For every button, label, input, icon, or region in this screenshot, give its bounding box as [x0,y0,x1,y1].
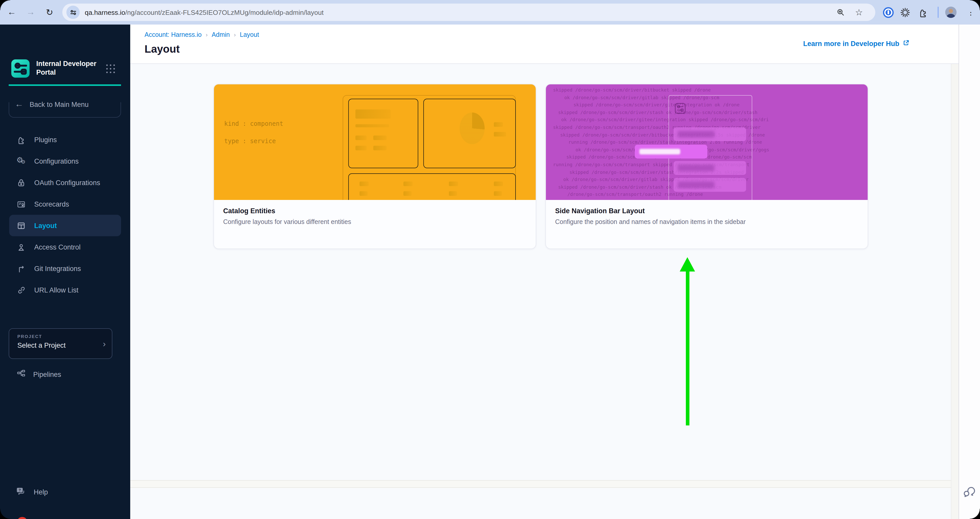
user-menu[interactable]: HM Himanshu Mishra [17,517,89,519]
sidebar-item-url-allow-list[interactable]: URL Allow List [0,279,130,301]
site-settings-icon[interactable] [67,6,80,19]
scorecard-icon [17,200,25,208]
chevron-right-icon: › [103,339,106,349]
project-selector-value: Select a Project [18,342,65,349]
browser-profile-avatar[interactable] [945,6,956,18]
module-grid-icon[interactable] [106,64,115,73]
sidebar-item-label: Scorecards [34,200,69,208]
sidebar-mockup-item [674,161,746,175]
pipelines-icon [17,369,25,379]
breadcrumb-layout[interactable]: Layout [240,31,259,38]
card-title: Catalog Entities [223,207,527,215]
git-branch-icon [17,264,25,273]
browser-forward-icon[interactable]: → [23,0,38,24]
sidebar-nav: Plugins ⚙⚙ Configurations OAuth Configur… [0,129,130,301]
preview-code-line: type : service [224,137,276,145]
lock-icon [17,178,25,187]
zoom-page-icon[interactable] [834,3,848,21]
browser-refresh-icon[interactable]: ↻ [42,0,57,24]
breadcrumb: Account: Harness.io › Admin › Layout [145,31,259,38]
sidebar-item-label: Access Control [34,243,81,251]
card-title: Side Navigation Bar Layout [555,207,859,215]
url-text[interactable]: qa.harness.io/ng/account/zEaak-FLS425IEO… [85,3,323,21]
wireframe-pie-chart [460,112,485,144]
green-arrow-annotation [686,271,689,425]
window-corner [0,0,10,10]
wireframe-card [348,99,418,168]
scrollbar-track[interactable] [951,64,959,519]
sidebar-mockup-logo-icon [675,103,686,116]
address-bar[interactable]: qa.harness.io/ng/account/zEaak-FLS425IEO… [62,3,875,21]
puzzle-icon [17,135,25,144]
window-corner [970,509,980,519]
content-bottom-band [130,480,959,488]
learn-more-link[interactable]: Learn more in Developer Hub [803,39,910,48]
sidebar-item-git-integrations[interactable]: Git Integrations [0,258,130,279]
sidebar-item-access-control[interactable]: Access Control [0,236,130,258]
svg-text:?: ? [19,488,21,492]
sidebar-item-plugins[interactable]: Plugins [0,129,130,150]
green-arrow-annotation-head [680,257,695,271]
sidebar-item-label: URL Allow List [34,286,78,294]
sidebar-item-pipelines[interactable]: Pipelines [17,369,61,379]
sidebar-section-divider [9,102,121,118]
sidebar-item-layout[interactable]: Layout [9,215,121,236]
card-description: Configure layouts for various different … [223,218,527,225]
chevron-separator-icon: › [206,32,208,38]
card-description: Configure the position and names of navi… [555,218,859,225]
preview-code-line: kind : component [224,120,283,127]
sidebar-item-oauth-configurations[interactable]: OAuth Configurations [0,172,130,193]
sidebar-mockup-item [674,127,746,141]
sidebar-item-scorecards[interactable]: Scorecards [0,193,130,215]
sidebar-item-label: Configurations [34,157,79,165]
sidebar-item-label: Git Integrations [34,265,81,272]
browser-window: ← → ↻ qa.harness.io/ng/account/zEaak-FLS… [0,0,980,519]
sidebar-accent-rule [9,85,121,86]
gears-icon: ⚙⚙ [17,157,25,165]
url-path: /ng/account/zEaak-FLS425IEO7OLzMUg/modul… [125,8,323,16]
page-header: Account: Harness.io › Admin › Layout Lay… [130,24,959,64]
sidebar-item-label: OAuth Configurations [34,179,100,186]
user-avatar: HM [17,517,27,519]
sidebar-item-configurations[interactable]: ⚙⚙ Configurations [0,150,130,172]
window-corner [0,509,10,519]
extensions-puzzle-icon[interactable] [915,0,931,24]
support-chat-icon[interactable] [962,484,977,498]
sidebar-item-label: Layout [34,222,57,229]
learn-more-label: Learn more in Developer Hub [803,40,899,47]
catalog-entities-card[interactable]: kind : component type : service [213,84,536,249]
layout-icon [17,221,25,230]
person-icon [17,243,25,251]
chevron-separator-icon: › [234,32,236,38]
url-domain: qa.harness.io [85,8,125,16]
external-link-icon [902,39,910,48]
page-title: Layout [145,43,180,55]
password-manager-extension-icon[interactable] [880,0,896,24]
help-button[interactable]: ? Help [16,486,48,498]
window-corner [970,0,980,10]
sidebar-mockup-item [674,178,746,192]
sidebar-mockup-item-highlighted [635,145,707,158]
wireframe-card [348,173,516,200]
help-label: Help [34,488,48,496]
breadcrumb-admin[interactable]: Admin [212,31,230,38]
page-content: kind : component type : service [130,64,959,519]
browser-toolbar: ← → ↻ qa.harness.io/ng/account/zEaak-FLS… [0,0,980,24]
sidebar-item-label: Plugins [34,136,57,144]
breadcrumb-account[interactable]: Account: Harness.io [145,31,202,38]
toolbar-divider [938,6,939,18]
app-title: Internal Developer Portal [36,59,97,77]
pipelines-label: Pipelines [33,370,61,378]
project-selector-label: PROJECT [18,334,42,339]
side-navigation-layout-card[interactable]: skipped /drone/go-scm/scm/driver/bitbuck… [546,84,868,249]
project-selector[interactable]: PROJECT Select a Project › [9,328,112,359]
idp-logo-icon [11,59,30,80]
link-icon [17,286,25,294]
right-side-rail [959,24,980,519]
catalog-entities-preview: kind : component type : service [214,85,536,200]
extension-spinner-icon[interactable] [897,0,913,24]
sidebar: Internal Developer Portal ← Back to Main… [0,24,130,519]
side-navigation-preview: skipped /drone/go-scm/scm/driver/bitbuck… [546,85,868,200]
help-chat-icon: ? [16,486,26,498]
bookmark-star-icon[interactable]: ☆ [852,3,866,21]
